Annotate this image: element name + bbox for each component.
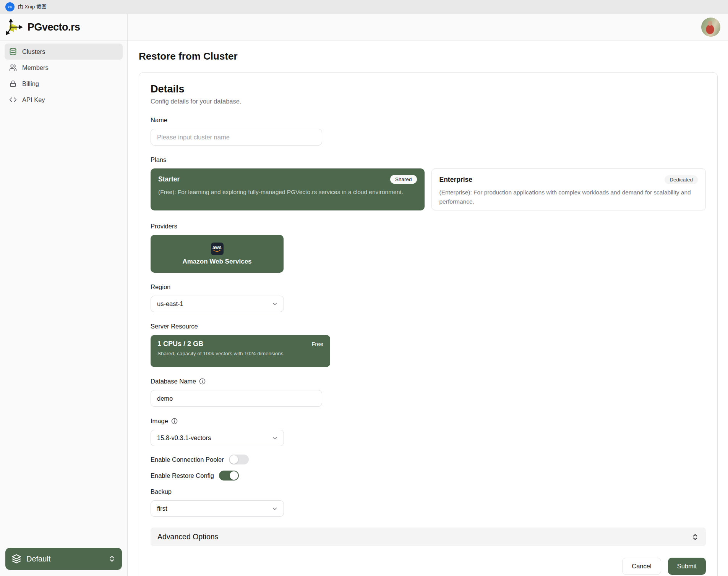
plan-description: (Enterprise): For production application… (439, 188, 698, 206)
aws-icon: aws (211, 243, 224, 255)
sidebar-nav: Clusters Members Billing (0, 40, 127, 111)
sidebar-item-clusters[interactable]: Clusters (5, 44, 123, 60)
provider-option-aws[interactable]: aws Amazon Web Services (151, 235, 284, 273)
chevron-down-icon (271, 505, 278, 512)
region-select[interactable]: us-east-1 (151, 296, 284, 312)
restore-config-toggle[interactable] (219, 471, 239, 481)
advanced-options-toggle[interactable]: Advanced Options (151, 527, 706, 546)
form-actions: Cancel Submit (151, 558, 706, 575)
aws-smile-icon (213, 250, 221, 252)
page-title: Restore from Cluster (139, 50, 718, 62)
users-icon (9, 64, 17, 71)
xnip-label: 由 Xnip 截图 (18, 3, 47, 10)
providers-label: Providers (151, 223, 706, 230)
image-value: 15.8-v0.3.1-vectors (157, 434, 211, 442)
sidebar-item-billing[interactable]: Billing (5, 76, 123, 92)
restore-config-label: Enable Restore Config (151, 472, 214, 479)
code-icon (9, 96, 17, 104)
content-header (128, 14, 728, 40)
workspace-switcher[interactable]: Default (5, 548, 122, 570)
plan-option-starter[interactable]: Starter Shared (Free): For learning and … (151, 168, 425, 210)
resource-title: 1 CPUs / 2 GB (157, 340, 203, 348)
sidebar-item-api-key[interactable]: API Key (5, 92, 123, 108)
plan-description: (Free): For learning and exploring fully… (158, 188, 417, 197)
resource-price-badge: Free (311, 341, 323, 347)
connection-pooler-row: Enable Connection Pooler (151, 455, 706, 464)
card-subtitle: Config details for your database. (151, 98, 706, 105)
backup-select[interactable]: first (151, 500, 284, 517)
chevrons-up-down-icon (691, 533, 699, 541)
info-icon[interactable] (199, 378, 206, 385)
plan-title: Starter (158, 175, 180, 183)
brand-logo[interactable]: PGvecto.rs (0, 14, 127, 40)
connection-pooler-toggle[interactable] (229, 455, 249, 464)
layers-icon (11, 554, 21, 564)
pgvector-cube-icon (6, 18, 24, 36)
workspace-name: Default (26, 555, 103, 563)
screenshot-app-bar: ✂ 由 Xnip 截图 (0, 0, 728, 14)
plans-row: Starter Shared (Free): For learning and … (151, 168, 706, 210)
server-resource-label: Server Resource (151, 323, 706, 330)
cluster-name-input[interactable] (151, 129, 322, 146)
user-avatar[interactable] (701, 18, 720, 37)
plan-option-enterprise[interactable]: Enterprise Dedicated (Enterprise): For p… (431, 168, 706, 210)
details-card: Details Config details for your database… (139, 72, 718, 576)
connection-pooler-label: Enable Connection Pooler (151, 456, 224, 463)
resource-description: Shared, capacity of 100k vectors with 10… (157, 351, 323, 356)
database-icon (9, 48, 17, 55)
xnip-scissors-icon: ✂ (5, 2, 15, 11)
image-label: Image (151, 417, 706, 425)
card-title: Details (151, 83, 706, 95)
plan-title: Enterprise (439, 176, 473, 184)
lock-icon (9, 80, 17, 87)
sidebar: PGvecto.rs Clusters Members (0, 14, 128, 576)
submit-button[interactable]: Submit (668, 558, 706, 575)
chevron-down-icon (271, 435, 278, 442)
region-value: us-east-1 (157, 300, 183, 307)
plans-label: Plans (151, 156, 706, 163)
region-label: Region (151, 283, 706, 291)
sidebar-item-members[interactable]: Members (5, 60, 123, 76)
chevrons-up-down-icon (108, 555, 116, 563)
backup-value: first (157, 505, 167, 512)
image-select[interactable]: 15.8-v0.3.1-vectors (151, 430, 284, 446)
backup-label: Backup (151, 488, 706, 495)
server-resource-option[interactable]: 1 CPUs / 2 GB Free Shared, capacity of 1… (151, 335, 330, 367)
chevron-down-icon (271, 301, 278, 307)
cancel-button[interactable]: Cancel (622, 558, 661, 575)
sidebar-item-label: Members (22, 64, 49, 71)
advanced-options-label: Advanced Options (157, 532, 218, 541)
plan-badge: Shared (390, 175, 417, 184)
database-name-label: Database Name (151, 378, 706, 385)
plan-badge: Dedicated (665, 175, 698, 184)
name-label: Name (151, 116, 706, 124)
main-area: Restore from Cluster Details Config deta… (128, 40, 728, 576)
brand-name: PGvecto.rs (28, 21, 80, 33)
provider-name: Amazon Web Services (182, 258, 251, 265)
restore-config-row: Enable Restore Config (151, 471, 706, 481)
info-icon[interactable] (171, 418, 178, 424)
sidebar-item-label: Clusters (22, 48, 45, 55)
sidebar-item-label: API Key (22, 96, 45, 104)
database-name-input[interactable] (151, 390, 322, 407)
sidebar-item-label: Billing (22, 80, 39, 87)
